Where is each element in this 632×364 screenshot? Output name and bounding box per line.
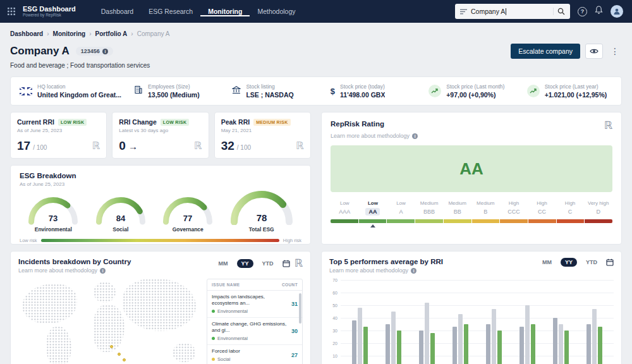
esg-gauge-total-esg: 78Total ESG xyxy=(230,188,293,233)
world-map[interactable] xyxy=(18,279,202,364)
rating-grade-label: B xyxy=(471,209,500,215)
rating-scale-col-a[interactable]: LowA xyxy=(387,200,415,215)
rating-bar-segment xyxy=(557,219,585,223)
rating-bar xyxy=(331,219,612,223)
reprisk-logo-icon: ℝ xyxy=(92,140,100,152)
issue-name: Climate change, GHG emissions, and gl... xyxy=(212,321,289,334)
map-continent-australia xyxy=(173,343,197,362)
filter-lines-icon xyxy=(460,6,467,17)
reprisk-logo-icon: ℝ xyxy=(296,140,304,152)
help-icon[interactable]: ? xyxy=(578,7,587,16)
toggle-ytd[interactable]: YTD xyxy=(581,258,602,267)
rating-scale: LowAAALowAALowAMediumBBBMediumBBMediumBH… xyxy=(331,200,612,215)
info-icon: i xyxy=(411,268,416,274)
rating-scale-col-bbb[interactable]: MediumBBB xyxy=(415,200,444,215)
search-input[interactable]: Company A xyxy=(455,4,570,19)
kpi-value: 17/ 100 xyxy=(17,139,100,153)
svg-text:73: 73 xyxy=(49,214,58,223)
learn-more-link[interactable]: Learn more about methodologyi xyxy=(329,267,443,274)
bar-series-1 xyxy=(419,331,423,364)
rating-scale-col-bb[interactable]: MediumBB xyxy=(443,200,471,215)
rating-scale-col-b[interactable]: MediumB xyxy=(471,200,500,215)
rating-risk-label: Medium xyxy=(415,200,444,206)
nav-item-methodology[interactable]: Methodology xyxy=(250,6,303,16)
rating-grade-label: AA xyxy=(359,209,387,215)
learn-more-link[interactable]: Learn more about methodologyi xyxy=(18,267,131,274)
calendar-icon[interactable] xyxy=(606,258,614,266)
risk-badge: LOW RISK xyxy=(161,119,189,126)
brand-logo[interactable]: ESG Dashboard Powered by RepRisk xyxy=(23,5,76,17)
info-stock-listing: Stock listingLSE ; NASDAQ xyxy=(226,83,324,99)
current-rating-box: AA xyxy=(331,145,612,192)
map-continent-asia xyxy=(123,279,196,331)
user-avatar[interactable] xyxy=(611,5,623,18)
watch-button[interactable] xyxy=(585,44,603,59)
issue-cell: Climate change, GHG emissions, and gl...… xyxy=(212,321,289,341)
toggle-ytd[interactable]: YTD xyxy=(258,259,278,268)
bar-series-1 xyxy=(520,327,524,364)
calendar-icon[interactable] xyxy=(283,260,290,267)
risk-badge: LOW RISK xyxy=(58,119,87,126)
rating-bar-segment xyxy=(500,219,528,223)
rating-scale-col-aa[interactable]: LowAA xyxy=(359,200,387,215)
rating-scale-col-d[interactable]: Very highD xyxy=(584,200,612,215)
incident-marker[interactable] xyxy=(118,353,121,356)
nav-item-esg-research[interactable]: ESG Research xyxy=(141,6,200,16)
search-value: Company A xyxy=(471,8,549,15)
bar-series-3 xyxy=(363,327,368,364)
table-row[interactable]: Forced laborSocial27 xyxy=(207,345,302,364)
escalate-company-button[interactable]: Escalate company xyxy=(511,44,580,59)
rating-scale-col-c[interactable]: HighC xyxy=(556,200,585,215)
nav-item-monitoring[interactable]: Monitoring xyxy=(200,6,250,16)
incident-marker[interactable] xyxy=(110,345,113,348)
rating-grade-label: D xyxy=(584,209,612,215)
bar-series-3 xyxy=(564,331,569,364)
rri-change-card: RRI ChangeLOW RISK Latest vs 30 days ago… xyxy=(112,112,209,159)
rating-grade-label: BBB xyxy=(415,209,444,215)
app-launcher-icon[interactable] xyxy=(8,8,15,15)
rating-bar-wrap xyxy=(331,219,612,223)
breadcrumb-dashboard[interactable]: Dashboard xyxy=(10,30,43,37)
rating-scale-col-cc[interactable]: HighCC xyxy=(528,200,556,215)
bar-series-1 xyxy=(586,324,591,364)
kebab-menu-icon[interactable]: ⋮ xyxy=(608,46,622,56)
learn-more-link[interactable]: Learn more about methodologyi xyxy=(331,133,612,139)
issue-name: Forced labor xyxy=(212,348,240,355)
company-id-badge[interactable]: 123456i xyxy=(76,47,113,56)
search-icon[interactable] xyxy=(553,8,565,15)
toggle-mm[interactable]: MM xyxy=(538,258,556,267)
bar-series-2 xyxy=(592,309,597,364)
notifications-bell-icon[interactable] xyxy=(595,6,603,17)
esg-risk-scale: Low risk High risk xyxy=(20,238,301,243)
bar-series-2 xyxy=(391,312,396,364)
info-icon[interactable]: i xyxy=(102,49,108,54)
bar-group xyxy=(486,309,502,364)
scrollbar[interactable] xyxy=(299,293,301,324)
map-continent-north-america xyxy=(22,284,77,324)
map-continent-europe xyxy=(94,282,116,303)
breadcrumb-portfolio-a[interactable]: Portfolio A xyxy=(95,30,128,37)
chevron-right-icon: › xyxy=(89,30,91,37)
rating-scale-col-aaa[interactable]: LowAAA xyxy=(331,200,359,215)
bar-chart-yaxis: 706050403020100 xyxy=(329,280,341,364)
esg-card-title: ESG Breakdown xyxy=(20,172,301,179)
kpi-card-row: Current RRILOW RISK As of June 25, 2023 … xyxy=(10,112,311,159)
kpi-subtitle: As of June 25, 2023 xyxy=(17,128,100,133)
breadcrumb-monitoring[interactable]: Monitoring xyxy=(53,30,86,37)
incident-marker[interactable] xyxy=(123,358,126,361)
rating-grade-label: AAA xyxy=(331,209,359,215)
toggle-yy[interactable]: YY xyxy=(561,258,577,267)
rating-grade-label: CCC xyxy=(500,209,528,215)
nav-item-dashboard[interactable]: Dashboard xyxy=(94,6,141,16)
breadcrumb-company-a: Company A xyxy=(137,30,170,37)
toggle-yy[interactable]: YY xyxy=(237,259,253,268)
rating-scale-col-ccc[interactable]: HighCCC xyxy=(500,200,528,215)
toggle-mm[interactable]: MM xyxy=(214,259,233,268)
bar-group xyxy=(586,309,602,364)
issue-cell: Impacts on landscapes, ecosystems an...E… xyxy=(212,294,289,314)
table-row[interactable]: Impacts on landscapes, ecosystems an...E… xyxy=(207,291,302,318)
bar-series-2 xyxy=(425,303,429,364)
incidents-breakdown-card: Incidents breakdown by Country Learn mor… xyxy=(10,251,311,364)
table-row[interactable]: Climate change, GHG emissions, and gl...… xyxy=(207,318,302,345)
info-icon: i xyxy=(412,133,418,139)
